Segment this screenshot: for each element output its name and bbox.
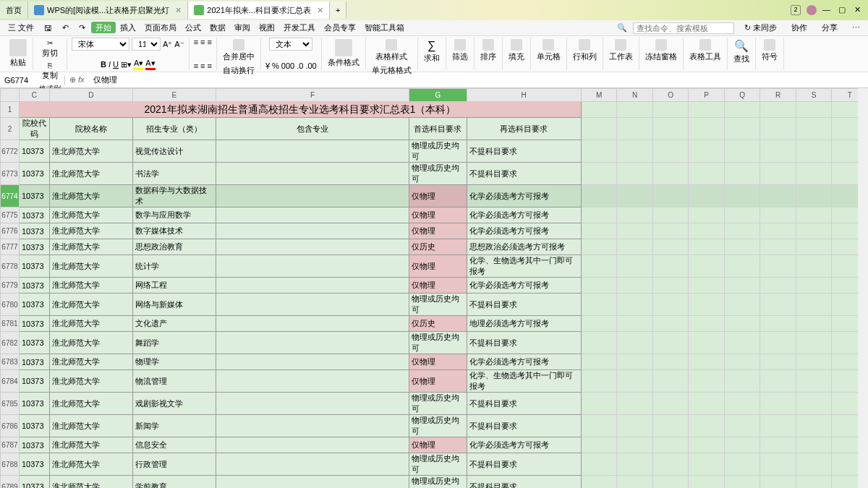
- cell[interactable]: 10373: [19, 476, 49, 489]
- cell[interactable]: 10373: [19, 393, 49, 415]
- col-header[interactable]: M: [581, 89, 617, 102]
- cell[interactable]: [652, 393, 689, 415]
- currency-icon[interactable]: ¥: [265, 61, 270, 70]
- qat-save[interactable]: 🖫: [40, 22, 56, 34]
- cell[interactable]: [652, 255, 689, 278]
- cell[interactable]: [617, 223, 652, 239]
- cell-button[interactable]: 单元格: [535, 38, 562, 64]
- row-header[interactable]: 6789: [1, 476, 20, 489]
- col-header[interactable]: H: [467, 89, 581, 102]
- cell[interactable]: [652, 453, 689, 476]
- cell[interactable]: [581, 207, 617, 223]
- cell[interactable]: 物理或历史均可: [409, 332, 467, 354]
- cell[interactable]: 化学、生物选考其中一门即可报考: [467, 255, 581, 278]
- cell[interactable]: [760, 370, 796, 393]
- cell[interactable]: 10373: [19, 255, 49, 278]
- cell[interactable]: [760, 185, 796, 207]
- col-header[interactable]: R: [760, 89, 796, 102]
- cell[interactable]: 网络工程: [132, 278, 216, 294]
- freeze-button[interactable]: 冻结窗格: [644, 38, 678, 64]
- cell[interactable]: [796, 239, 831, 255]
- cell[interactable]: 数据科学与大数据技术: [132, 185, 216, 207]
- cell[interactable]: 仅物理: [409, 278, 467, 294]
- header-cell[interactable]: 院校名称: [49, 118, 132, 140]
- close-icon[interactable]: ✕: [854, 5, 864, 15]
- minimize-icon[interactable]: —: [822, 5, 833, 15]
- cell[interactable]: 物理或历史均可: [409, 294, 467, 316]
- cell[interactable]: [689, 294, 724, 316]
- cell[interactable]: [216, 278, 409, 294]
- cell[interactable]: [689, 185, 724, 207]
- cell[interactable]: 物流管理: [132, 370, 216, 393]
- cell[interactable]: [689, 278, 724, 294]
- cell[interactable]: [796, 316, 831, 332]
- menu-9[interactable]: 智能工具箱: [360, 22, 409, 33]
- underline-button[interactable]: U: [113, 60, 119, 69]
- cell[interactable]: 10373: [19, 294, 49, 316]
- cell[interactable]: [796, 393, 831, 415]
- cell[interactable]: [796, 140, 831, 163]
- cell[interactable]: 淮北师范大学: [49, 294, 132, 316]
- cell[interactable]: 视觉传达设计: [132, 140, 216, 163]
- cell[interactable]: [581, 415, 617, 437]
- cell[interactable]: [652, 185, 689, 207]
- cell[interactable]: [689, 255, 724, 278]
- cell[interactable]: 化学必须选考方可报考: [467, 354, 581, 370]
- cell[interactable]: [760, 255, 796, 278]
- cell[interactable]: [581, 239, 617, 255]
- cell[interactable]: [760, 223, 796, 239]
- cell[interactable]: 淮北师范大学: [49, 316, 132, 332]
- cell[interactable]: 不提科目要求: [467, 294, 581, 316]
- cell[interactable]: 化学必须选考方可报考: [467, 185, 581, 207]
- cell[interactable]: [689, 207, 724, 223]
- cell[interactable]: 物理学: [132, 354, 216, 370]
- cell[interactable]: [724, 316, 760, 332]
- cell[interactable]: 仅物理: [409, 370, 467, 393]
- cell[interactable]: [689, 332, 724, 354]
- cell[interactable]: 淮北师范大学: [49, 370, 132, 393]
- row-header[interactable]: 6773: [1, 163, 20, 185]
- row-header[interactable]: 6780: [1, 294, 20, 316]
- cell[interactable]: 仅物理: [409, 354, 467, 370]
- cell[interactable]: [760, 453, 796, 476]
- cell[interactable]: [724, 453, 760, 476]
- cell[interactable]: [581, 476, 617, 489]
- cell[interactable]: 数学与应用数学: [132, 207, 216, 223]
- cell[interactable]: 10373: [19, 370, 49, 393]
- cell[interactable]: [216, 415, 409, 437]
- cell[interactable]: 10373: [19, 140, 49, 163]
- italic-button[interactable]: I: [109, 60, 111, 69]
- cell[interactable]: [760, 239, 796, 255]
- cell[interactable]: [760, 207, 796, 223]
- cell[interactable]: 行政管理: [132, 453, 216, 476]
- cell[interactable]: 淮北师范大学: [49, 278, 132, 294]
- row-header[interactable]: 6778: [1, 255, 20, 278]
- cell[interactable]: [724, 255, 760, 278]
- cell[interactable]: 10373: [19, 223, 49, 239]
- cell[interactable]: 思想政治教育: [132, 239, 216, 255]
- cell[interactable]: 新闻学: [132, 415, 216, 437]
- cell[interactable]: [617, 163, 652, 185]
- cell[interactable]: [760, 332, 796, 354]
- cell[interactable]: 淮北师范大学: [49, 185, 132, 207]
- cell[interactable]: [760, 415, 796, 437]
- cell[interactable]: 淮北师范大学: [49, 437, 132, 453]
- cell[interactable]: [216, 476, 409, 489]
- cond-format-button[interactable]: 条件格式: [326, 38, 361, 69]
- cell[interactable]: 不提科目要求: [467, 476, 581, 489]
- cell[interactable]: [760, 140, 796, 163]
- cell[interactable]: [581, 223, 617, 239]
- col-header[interactable]: P: [689, 89, 724, 102]
- maximize-icon[interactable]: ▢: [838, 5, 848, 15]
- cell[interactable]: [796, 185, 831, 207]
- header-cell[interactable]: 再选科目要求: [467, 118, 581, 140]
- col-header[interactable]: C: [19, 89, 49, 102]
- cell[interactable]: [216, 437, 409, 453]
- cell[interactable]: [652, 140, 689, 163]
- cell[interactable]: [617, 316, 652, 332]
- cell[interactable]: [796, 163, 831, 185]
- grow-font-icon[interactable]: A⁺: [163, 40, 172, 49]
- cell[interactable]: [760, 316, 796, 332]
- cell[interactable]: [724, 294, 760, 316]
- cell[interactable]: [617, 207, 652, 223]
